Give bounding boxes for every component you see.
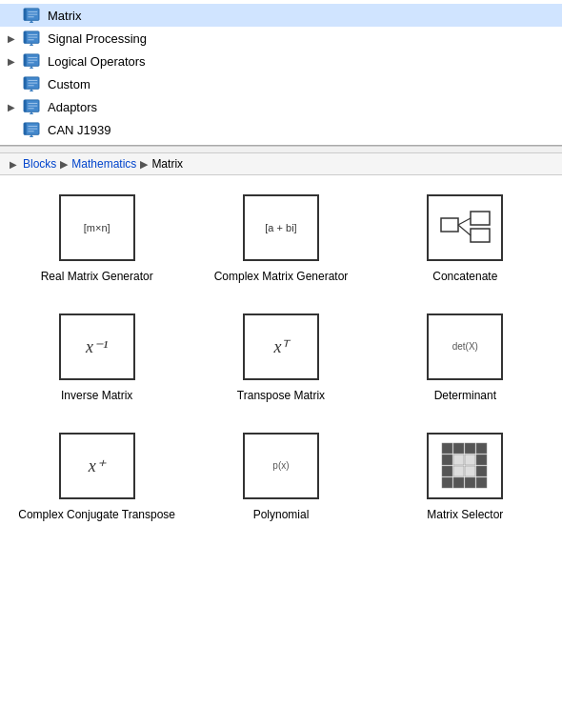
svg-rect-55	[465, 477, 475, 488]
svg-rect-54	[453, 477, 464, 488]
tree-item-custom[interactable]: Custom	[0, 72, 562, 95]
tree-label-logical-operators: Logical Operators	[48, 54, 146, 69]
block-label-determinant: Determinant	[434, 388, 496, 404]
svg-rect-48	[476, 455, 487, 465]
block-item-complex-conjugate[interactable]: x⁺Complex Conjugate Transpose	[10, 433, 184, 523]
svg-rect-13	[24, 54, 27, 66]
tree-label-adaptors: Adaptors	[48, 100, 97, 114]
block-item-transpose-matrix[interactable]: xᵀTranspose Matrix	[193, 313, 368, 404]
svg-rect-1	[24, 9, 27, 20]
block-label-real-matrix-gen: Real Matrix Generator	[41, 269, 153, 285]
block-item-concatenate[interactable]: Concatenate	[378, 194, 552, 285]
block-label-concatenate: Concatenate	[432, 269, 497, 285]
tree-panel: Matrix▶ Signal Processing▶ Logical Opera…	[0, 0, 562, 146]
breadcrumb-blocks[interactable]: Blocks	[23, 157, 56, 171]
block-icon-matrix-selector	[427, 433, 503, 499]
svg-rect-45	[442, 455, 452, 465]
block-item-complex-matrix-gen[interactable]: [a + bi]Complex Matrix Generator	[193, 194, 368, 285]
svg-rect-7	[24, 31, 27, 43]
svg-rect-41	[442, 443, 452, 454]
block-item-determinant[interactable]: det(X)Determinant	[378, 313, 552, 404]
svg-rect-31	[24, 123, 27, 134]
svg-line-40	[458, 225, 471, 235]
tree-label-signal-processing: Signal Processing	[48, 31, 147, 46]
svg-rect-50	[453, 466, 464, 476]
svg-rect-44	[476, 443, 487, 454]
svg-rect-19	[24, 77, 27, 89]
block-icon-transpose-matrix: xᵀ	[243, 313, 319, 380]
breadcrumb-mathematics[interactable]: Mathematics	[71, 157, 136, 171]
tree-item-logical-operators[interactable]: ▶ Logical Operators	[0, 50, 562, 72]
block-item-polynomial[interactable]: p(x)Polynomial	[193, 433, 368, 523]
book-icon-adaptors	[21, 98, 42, 115]
tree-label-custom: Custom	[48, 77, 90, 91]
tree-arrow-adaptors: ▶	[8, 102, 19, 112]
svg-line-39	[458, 218, 471, 225]
book-icon-logical-operators	[21, 52, 42, 70]
book-icon-can-j1939	[21, 121, 42, 138]
tree-item-matrix[interactable]: Matrix	[0, 4, 562, 27]
block-icon-polynomial: p(x)	[243, 433, 319, 499]
book-icon-matrix	[21, 7, 42, 24]
tree-item-can-j1939[interactable]: CAN J1939	[0, 118, 562, 141]
block-label-transpose-matrix: Transpose Matrix	[237, 388, 325, 404]
breadcrumb-sep-1: ▶	[60, 158, 68, 171]
block-item-matrix-selector[interactable]: Matrix Selector	[378, 433, 552, 523]
svg-rect-47	[465, 455, 475, 465]
blocks-grid: [m×n]Real Matrix Generator[a + bi]Comple…	[10, 194, 552, 522]
svg-rect-49	[442, 466, 452, 476]
block-label-complex-conjugate: Complex Conjugate Transpose	[18, 507, 175, 523]
svg-rect-52	[476, 466, 487, 476]
block-label-complex-matrix-gen: Complex Matrix Generator	[214, 269, 349, 285]
tree-label-matrix: Matrix	[48, 9, 81, 23]
block-item-real-matrix-gen[interactable]: [m×n]Real Matrix Generator	[10, 194, 184, 285]
tree-item-signal-processing[interactable]: ▶ Signal Processing	[0, 27, 562, 50]
icon-small-polynomial: p(x)	[272, 460, 289, 471]
svg-rect-53	[442, 477, 452, 488]
tree-arrow-signal-processing: ▶	[8, 33, 19, 44]
block-label-matrix-selector: Matrix Selector	[427, 507, 503, 523]
svg-rect-56	[476, 477, 487, 488]
icon-math-transpose-matrix: xᵀ	[273, 336, 288, 357]
breadcrumb-bar: ▶ Blocks ▶ Mathematics ▶ Matrix	[0, 153, 562, 175]
main-content: [m×n]Real Matrix Generator[a + bi]Comple…	[0, 175, 562, 541]
matrix-selector-svg	[440, 441, 490, 491]
breadcrumb-sep-2: ▶	[140, 158, 148, 171]
icon-text-real-matrix-gen: [m×n]	[84, 222, 110, 233]
tree-label-can-j1939: CAN J1939	[48, 123, 110, 137]
svg-rect-46	[453, 455, 464, 465]
block-icon-inverse-matrix: x⁻¹	[59, 313, 135, 380]
svg-rect-37	[471, 212, 490, 225]
svg-rect-43	[465, 443, 475, 454]
icon-small-determinant: det(X)	[452, 341, 478, 352]
svg-rect-42	[453, 443, 464, 454]
tree-arrow-logical-operators: ▶	[8, 56, 19, 67]
book-icon-signal-processing	[21, 30, 42, 47]
block-label-polynomial: Polynomial	[253, 507, 310, 523]
icon-math-inverse-matrix: x⁻¹	[86, 336, 108, 357]
block-icon-concatenate	[427, 194, 503, 261]
block-icon-real-matrix-gen: [m×n]	[59, 194, 135, 261]
concatenate-svg	[436, 204, 493, 252]
block-item-inverse-matrix[interactable]: x⁻¹Inverse Matrix	[10, 313, 184, 404]
breadcrumb-current: Matrix	[151, 157, 183, 171]
svg-rect-38	[471, 229, 490, 242]
block-label-inverse-matrix: Inverse Matrix	[61, 388, 132, 404]
breadcrumb-collapse-arrow[interactable]: ▶	[10, 159, 17, 170]
icon-text-complex-matrix-gen: [a + bi]	[265, 222, 296, 233]
tree-item-adaptors[interactable]: ▶ Adaptors	[0, 95, 562, 118]
svg-rect-25	[24, 100, 27, 111]
block-icon-complex-matrix-gen: [a + bi]	[243, 194, 319, 261]
icon-math-complex-conjugate: x⁺	[89, 455, 106, 476]
block-icon-complex-conjugate: x⁺	[59, 433, 135, 499]
svg-rect-51	[465, 466, 475, 476]
divider-dots	[0, 146, 562, 153]
block-icon-determinant: det(X)	[427, 313, 503, 380]
svg-rect-36	[441, 218, 458, 232]
book-icon-custom	[21, 75, 42, 92]
